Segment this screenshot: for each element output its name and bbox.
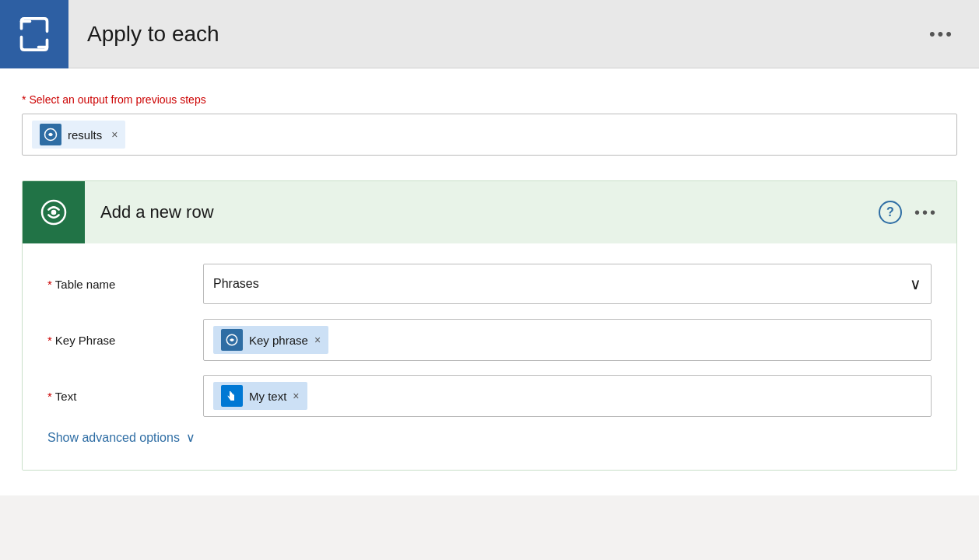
- show-advanced-options-link[interactable]: Show advanced options ∨: [47, 430, 932, 445]
- action-card: Add a new row ? ••• *Table name Phrases …: [22, 180, 957, 471]
- table-name-label: *Table name: [47, 278, 203, 291]
- text-tag-close[interactable]: ×: [293, 390, 299, 402]
- table-name-value: Phrases: [213, 277, 259, 291]
- action-more-button[interactable]: •••: [914, 204, 938, 222]
- action-controls: ? •••: [879, 201, 938, 224]
- main-content: *Select an output from previous steps re…: [0, 68, 979, 495]
- key-phrase-tag-text: Key phrase: [249, 334, 308, 347]
- output-section-label: *Select an output from previous steps: [22, 93, 957, 106]
- text-label: *Text: [47, 390, 203, 403]
- key-phrase-tag-icon: [221, 329, 243, 351]
- header-more-button[interactable]: •••: [929, 24, 954, 44]
- text-tag-icon: [221, 385, 243, 407]
- results-tag-icon: [40, 124, 61, 145]
- output-select-box[interactable]: results ×: [22, 114, 957, 156]
- key-phrase-tag-close[interactable]: ×: [314, 334, 321, 346]
- results-tag-close[interactable]: ×: [111, 128, 118, 141]
- cognitive-icon: [225, 333, 239, 347]
- action-header: Add a new row ? •••: [23, 181, 956, 243]
- advanced-options-chevron: ∨: [186, 430, 195, 445]
- header-icon-box: [0, 0, 68, 68]
- key-phrase-field[interactable]: Key phrase ×: [203, 319, 932, 361]
- required-star: *: [22, 93, 26, 106]
- table-name-chevron: ∨: [910, 275, 921, 293]
- table-name-field[interactable]: Phrases ∨: [203, 264, 932, 304]
- text-tag-text: My text: [249, 390, 286, 403]
- action-body: *Table name Phrases ∨ *Key Phrase: [23, 243, 956, 470]
- results-tag: results ×: [32, 121, 125, 149]
- header: Apply to each •••: [0, 0, 979, 68]
- key-phrase-tag: Key phrase ×: [213, 326, 328, 354]
- svg-point-2: [51, 210, 57, 215]
- text-field[interactable]: My text ×: [203, 375, 932, 417]
- cursor-icon: [225, 389, 239, 403]
- action-icon-box: [23, 181, 85, 243]
- key-phrase-label: *Key Phrase: [47, 334, 203, 347]
- advanced-options-label: Show advanced options: [47, 431, 180, 445]
- key-phrase-row: *Key Phrase Key phrase ×: [47, 318, 932, 362]
- loop-icon: [17, 17, 51, 51]
- cognitive-services-icon: [44, 128, 58, 142]
- text-row: *Text My text ×: [47, 374, 932, 418]
- table-name-row: *Table name Phrases ∨: [47, 262, 932, 306]
- text-tag: My text ×: [213, 382, 307, 410]
- excel-icon: [38, 197, 69, 228]
- help-button[interactable]: ?: [879, 201, 902, 224]
- results-tag-text: results: [68, 128, 102, 142]
- action-title: Add a new row: [100, 202, 879, 222]
- page-title: Apply to each: [87, 22, 929, 47]
